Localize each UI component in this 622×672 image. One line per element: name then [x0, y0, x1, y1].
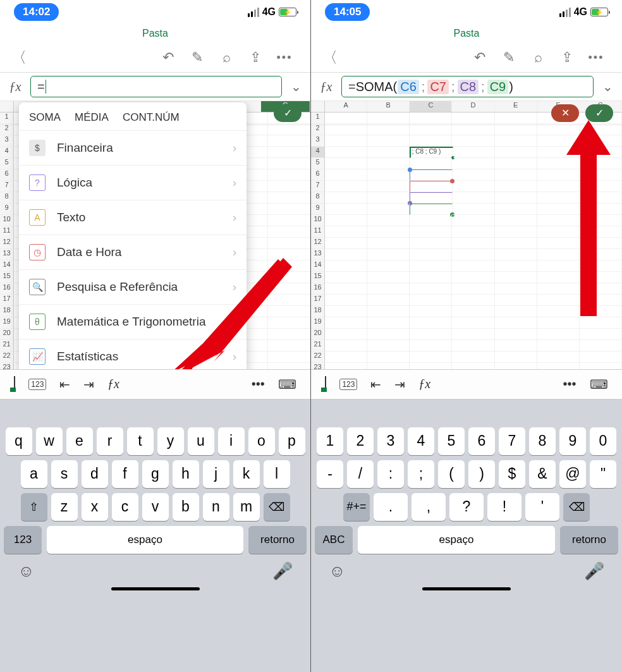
- category-log[interactable]: ?Lógica›: [19, 165, 247, 200]
- key-?[interactable]: ?: [449, 493, 484, 521]
- mic-icon[interactable]: 🎤: [584, 561, 604, 581]
- quick-fn-media[interactable]: MÉDIA: [75, 111, 109, 124]
- key-([interactable]: (: [438, 460, 465, 488]
- key-9[interactable]: 9: [559, 427, 586, 455]
- tab-forward-icon[interactable]: ⇥: [83, 377, 94, 392]
- space-key[interactable]: espaço: [47, 526, 243, 554]
- ref-cell-c9[interactable]: [410, 204, 453, 215]
- key-s[interactable]: s: [51, 460, 78, 488]
- active-cell[interactable]: ; C8 ; C9 ): [410, 147, 453, 158]
- category-dt[interactable]: ◷Data e Hora›: [19, 235, 247, 269]
- key-1[interactable]: 1: [317, 427, 343, 455]
- key-'[interactable]: ': [525, 493, 559, 521]
- more-edit-icon[interactable]: •••: [252, 377, 265, 391]
- key-3[interactable]: 3: [377, 427, 404, 455]
- expand-icon[interactable]: ⌄: [600, 79, 616, 94]
- space-key[interactable]: espaço: [358, 526, 555, 554]
- key-f[interactable]: f: [112, 460, 138, 488]
- emoji-icon[interactable]: ☺: [18, 561, 35, 581]
- category-lkp[interactable]: 🔍Pesquisa e Referência›: [19, 269, 247, 304]
- key-8[interactable]: 8: [529, 427, 556, 455]
- category-fin[interactable]: $Financeira›: [19, 130, 247, 165]
- keyboard-icon[interactable]: ⌨: [590, 377, 608, 392]
- key-4[interactable]: 4: [408, 427, 434, 455]
- key-:[interactable]: :: [377, 460, 404, 488]
- more-icon[interactable]: •••: [270, 51, 299, 64]
- search-icon[interactable]: ⌕: [523, 49, 552, 66]
- formula-input[interactable]: =: [30, 76, 282, 97]
- backspace-key[interactable]: ⌫: [264, 493, 290, 521]
- expand-icon[interactable]: ⌄: [288, 79, 304, 94]
- key-k[interactable]: k: [233, 460, 260, 488]
- key-j[interactable]: j: [203, 460, 229, 488]
- key-2[interactable]: 2: [347, 427, 374, 455]
- more-edit-icon[interactable]: •••: [563, 377, 576, 391]
- backspace-key[interactable]: ⌫: [563, 493, 590, 521]
- category-txt[interactable]: ATexto›: [19, 200, 247, 235]
- mode-key[interactable]: ABC: [315, 526, 353, 554]
- key-,[interactable]: ,: [412, 493, 446, 521]
- key-$[interactable]: $: [499, 460, 525, 488]
- key-g[interactable]: g: [142, 460, 169, 488]
- ref-cell-c8[interactable]: [410, 192, 453, 204]
- mode-key[interactable]: 123: [4, 526, 42, 554]
- key-/[interactable]: /: [347, 460, 374, 488]
- undo-icon[interactable]: ↶: [465, 49, 494, 66]
- key-r[interactable]: r: [97, 427, 123, 455]
- quick-fn-soma[interactable]: SOMA: [29, 111, 61, 124]
- key-6[interactable]: 6: [468, 427, 495, 455]
- key-m[interactable]: m: [233, 493, 260, 521]
- key-"[interactable]: ": [590, 460, 616, 488]
- back-icon[interactable]: 〈: [322, 47, 338, 68]
- formula-input[interactable]: =SOMA(C6;C7;C8;C9): [341, 76, 594, 97]
- key-z[interactable]: z: [51, 493, 78, 521]
- key-w[interactable]: w: [36, 427, 63, 455]
- draw-icon[interactable]: ✎: [183, 49, 212, 66]
- category-math[interactable]: θMatemática e Trigonometria›: [19, 304, 247, 339]
- home-indicator[interactable]: [111, 587, 200, 590]
- key-a[interactable]: a: [21, 460, 47, 488]
- key-@[interactable]: @: [559, 460, 586, 488]
- key-u[interactable]: u: [188, 427, 214, 455]
- key-i[interactable]: i: [218, 427, 245, 455]
- key-p[interactable]: p: [279, 427, 305, 455]
- key-t[interactable]: t: [127, 427, 154, 455]
- key-l[interactable]: l: [264, 460, 290, 488]
- fx-icon[interactable]: ƒx: [107, 377, 119, 391]
- key-)[interactable]: ): [468, 460, 495, 488]
- key-d[interactable]: d: [82, 460, 108, 488]
- key-5[interactable]: 5: [438, 427, 465, 455]
- more-icon[interactable]: •••: [582, 51, 611, 64]
- share-icon[interactable]: ⇪: [241, 49, 270, 66]
- key--[interactable]: -: [317, 460, 343, 488]
- number-keyboard-icon[interactable]: 123: [339, 379, 357, 390]
- key-n[interactable]: n: [203, 493, 229, 521]
- sheet-grid-icon[interactable]: [325, 377, 326, 391]
- key-;[interactable]: ;: [408, 460, 434, 488]
- ref-cell-c7[interactable]: [410, 181, 453, 192]
- tab-forward-icon[interactable]: ⇥: [394, 377, 405, 392]
- mic-icon[interactable]: 🎤: [272, 561, 293, 581]
- quick-fn-contnum[interactable]: CONT.NÚM: [123, 111, 180, 124]
- return-key[interactable]: retorno: [248, 526, 307, 554]
- return-key[interactable]: retorno: [560, 526, 618, 554]
- fx-icon[interactable]: ƒx: [418, 377, 430, 391]
- emoji-icon[interactable]: ☺: [329, 561, 346, 581]
- category-stat[interactable]: 📈Estatísticas›: [19, 339, 247, 369]
- search-icon[interactable]: ⌕: [212, 49, 241, 66]
- tab-back-icon[interactable]: ⇤: [59, 377, 70, 392]
- key-c[interactable]: c: [112, 493, 138, 521]
- keyboard-icon[interactable]: ⌨: [278, 377, 296, 392]
- shift-key[interactable]: ⇧: [21, 493, 47, 521]
- key-v[interactable]: v: [142, 493, 169, 521]
- tab-back-icon[interactable]: ⇤: [370, 377, 381, 392]
- back-icon[interactable]: 〈: [11, 47, 27, 68]
- alt-key[interactable]: #+=: [343, 493, 370, 521]
- key-e[interactable]: e: [66, 427, 93, 455]
- key-h[interactable]: h: [173, 460, 199, 488]
- key-x[interactable]: x: [82, 493, 108, 521]
- key-y[interactable]: y: [157, 427, 184, 455]
- key-.[interactable]: .: [374, 493, 408, 521]
- key-b[interactable]: b: [173, 493, 199, 521]
- key-&[interactable]: &: [529, 460, 556, 488]
